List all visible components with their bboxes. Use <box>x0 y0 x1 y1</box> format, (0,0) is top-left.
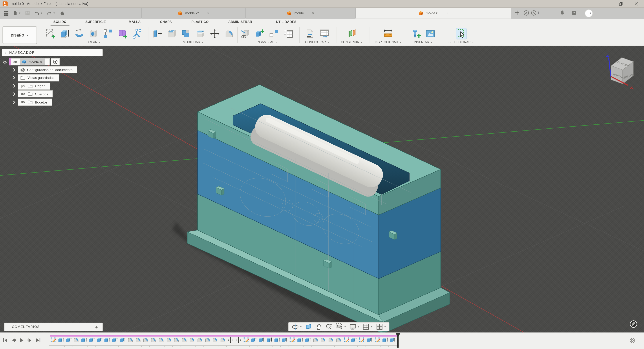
avatar-icon[interactable]: LB <box>585 9 593 17</box>
display-settings-button[interactable]: ▼ <box>349 323 360 330</box>
timeline-extrude-feature[interactable] <box>304 337 311 343</box>
timeline-sketch-feature[interactable] <box>243 337 249 343</box>
timeline-extrude-feature[interactable] <box>366 337 372 343</box>
new-component-button[interactable] <box>254 29 265 39</box>
group-label[interactable]: INSERTAR▼ <box>414 40 432 44</box>
timeline-extrude-feature[interactable] <box>112 337 118 343</box>
timeline-extrude-feature[interactable] <box>258 337 264 343</box>
timeline-fillet-feature[interactable] <box>166 337 172 343</box>
user-avatar[interactable]: LB <box>585 9 593 17</box>
construction-plane-button[interactable] <box>346 29 357 39</box>
timeline-fillet-feature[interactable] <box>174 337 180 343</box>
timeline-move-feature[interactable] <box>235 337 242 343</box>
zoom-button[interactable] <box>326 323 333 330</box>
timeline-position-marker[interactable] <box>394 333 401 348</box>
collapse-panel-icon[interactable]: « <box>4 51 6 55</box>
help-icon[interactable]: ? <box>571 10 577 16</box>
timeline-fillet-feature[interactable] <box>158 337 164 343</box>
timeline-fillet-feature[interactable] <box>220 337 226 343</box>
minimize-button[interactable] <box>597 0 613 8</box>
timeline-extrude-feature[interactable] <box>66 337 72 343</box>
viewports-button[interactable]: ▼ <box>376 323 386 330</box>
timeline-sketch-feature[interactable] <box>343 337 350 343</box>
ribbon-tab-plástico[interactable]: PLÁSTICO <box>192 20 209 24</box>
navigator-header[interactable]: « NAVEGADOR − <box>2 49 103 56</box>
expand-chevron-icon[interactable] <box>12 76 16 80</box>
visibility-eye-icon[interactable] <box>12 60 18 64</box>
hole-button[interactable] <box>88 29 99 39</box>
ribbon-tab-solido[interactable]: SOLIDO <box>53 20 66 24</box>
canvas-button[interactable] <box>425 29 436 39</box>
timeline-fillet-feature[interactable] <box>336 337 342 343</box>
timeline-fillet-feature[interactable] <box>73 337 80 343</box>
timeline-fillet-feature[interactable] <box>328 337 334 343</box>
step-back-button[interactable] <box>11 337 16 343</box>
step-forward-button[interactable] <box>27 337 33 343</box>
timeline-move-feature[interactable] <box>228 337 234 343</box>
timeline-settings-gear-icon[interactable] <box>629 337 636 344</box>
grid-settings-button[interactable]: ▼ <box>362 323 373 330</box>
tree-item-bocetos[interactable]: Bocetos <box>18 99 52 106</box>
split-body-button[interactable] <box>195 29 206 39</box>
view-cube[interactable]: SUPERIOR FRONTAL DERECHA Z X <box>603 52 642 90</box>
combine-button[interactable] <box>181 29 192 39</box>
joint-button[interactable] <box>269 29 279 39</box>
ribbon-tab-utilidades[interactable]: UTILIDADES <box>276 20 296 24</box>
configuration-button[interactable] <box>305 29 316 39</box>
file-button[interactable]: ▼ <box>13 11 21 16</box>
fillet-button[interactable] <box>224 29 234 39</box>
extensions-icon[interactable] <box>523 10 530 16</box>
close-tab-icon[interactable]: × <box>446 11 449 15</box>
configuration-table-button[interactable] <box>319 29 330 39</box>
extrude-button[interactable] <box>60 29 70 39</box>
timeline-sketch-feature[interactable] <box>50 337 56 343</box>
timeline-sketch-feature[interactable] <box>374 337 380 343</box>
timeline-fillet-feature[interactable] <box>181 337 188 343</box>
timeline-fillet-feature[interactable] <box>150 337 156 343</box>
timeline-fillet-feature[interactable] <box>143 337 149 343</box>
timeline-fillet-feature[interactable] <box>196 337 203 343</box>
tree-item-molde0[interactable]: molde 0 <box>8 58 50 65</box>
bell-icon[interactable] <box>560 10 565 16</box>
create-sketch-button[interactable] <box>45 29 56 39</box>
document-tab[interactable]: molde× <box>245 8 355 19</box>
group-label[interactable]: CONFIGURAR▼ <box>305 40 329 44</box>
timeline-extrude-feature[interactable] <box>96 337 103 343</box>
ribbon-tab-superficie[interactable]: SUPERFICIE <box>86 20 106 24</box>
timeline-extrude-feature[interactable] <box>58 337 64 343</box>
group-label[interactable]: CONSTRUIR▼ <box>341 40 363 44</box>
expand-chevron-icon[interactable] <box>12 92 16 96</box>
group-label[interactable]: SELECCIONAR▼ <box>448 40 474 44</box>
close-tab-icon[interactable]: × <box>207 11 210 15</box>
fit-button[interactable]: ▼ <box>336 323 346 330</box>
activate-component-radio[interactable] <box>51 58 60 65</box>
group-label[interactable]: MODIFICAR▼ <box>183 40 204 44</box>
bom-table-button[interactable] <box>283 29 294 39</box>
ribbon-tab-chapa[interactable]: CHAPA <box>160 20 172 24</box>
revolve-button[interactable] <box>74 29 84 39</box>
timeline-fillet-feature[interactable] <box>312 337 318 343</box>
play-button[interactable] <box>19 337 24 343</box>
document-tab[interactable]: molde 2*× <box>141 8 245 19</box>
home-button[interactable] <box>60 11 65 16</box>
timeline-fillet-feature[interactable] <box>212 337 218 343</box>
restore-button[interactable] <box>613 0 628 8</box>
shell-button[interactable] <box>166 29 177 39</box>
timeline-extrude-feature[interactable] <box>81 337 87 343</box>
automated-modeling-button[interactable] <box>132 29 142 39</box>
go-to-end-button[interactable] <box>36 337 41 343</box>
comments-panel[interactable]: COMENTARIOS + <box>4 322 103 331</box>
press-pull-button[interactable] <box>152 29 163 39</box>
visibility-eye-icon[interactable] <box>20 100 26 105</box>
tree-item-vistas-guardadas[interactable]: Vistas guardadas <box>18 74 59 81</box>
visibility-eye-off-icon[interactable] <box>20 83 26 89</box>
document-tab[interactable]: molde 0× <box>355 8 511 19</box>
insert-fastener-button[interactable] <box>411 29 422 39</box>
timeline-fillet-feature[interactable] <box>204 337 211 343</box>
close-tab-icon[interactable]: × <box>312 11 314 15</box>
visibility-eye-icon[interactable] <box>20 91 26 97</box>
timeline-extrude-feature[interactable] <box>382 337 388 343</box>
timeline-fillet-feature[interactable] <box>320 337 326 343</box>
app-grid-button[interactable] <box>3 11 8 16</box>
look-at-button[interactable] <box>305 323 312 330</box>
